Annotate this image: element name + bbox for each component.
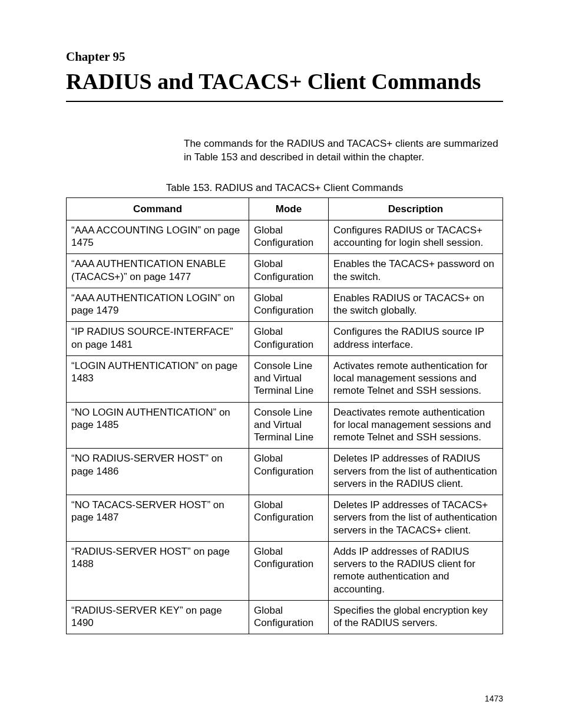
table-row: “NO TACACS-SERVER HOST” on page 1487 Glo…: [67, 495, 503, 542]
cell-description: Enables RADIUS or TACACS+ on the switch …: [329, 288, 503, 322]
table-row: “IP RADIUS SOURCE-INTERFACE” on page 148…: [67, 322, 503, 356]
table-row: “NO RADIUS-SERVER HOST” on page 1486 Glo…: [67, 449, 503, 495]
cell-mode: Global Configuration: [249, 600, 329, 634]
cell-description: Specifies the global encryption key of t…: [329, 600, 503, 634]
cell-command: “AAA AUTHENTICATION ENABLE (TACACS+)” on…: [67, 254, 249, 288]
cell-description: Configures RADIUS or TACACS+ accounting …: [329, 220, 503, 254]
cell-description: Enables the TACACS+ password on the swit…: [329, 254, 503, 288]
cell-description: Deletes IP addresses of TACACS+ servers …: [329, 495, 503, 542]
header-mode: Mode: [249, 197, 329, 220]
cell-command: “AAA AUTHENTICATION LOGIN” on page 1479: [67, 288, 249, 322]
cell-mode: Global Configuration: [249, 254, 329, 288]
cell-command: “NO RADIUS-SERVER HOST” on page 1486: [67, 449, 249, 495]
cell-command: “LOGIN AUTHENTICATION” on page 1483: [67, 355, 249, 402]
cell-mode: Global Configuration: [249, 322, 329, 356]
cell-description: Adds IP addresses of RADIUS servers to t…: [329, 541, 503, 600]
header-command: Command: [67, 197, 249, 220]
cell-mode: Global Configuration: [249, 220, 329, 254]
cell-mode: Console Line and Virtual Terminal Line: [249, 355, 329, 402]
cell-mode: Global Configuration: [249, 288, 329, 322]
table-row: “RADIUS-SERVER KEY” on page 1490 Global …: [67, 600, 503, 634]
cell-mode: Console Line and Virtual Terminal Line: [249, 402, 329, 449]
cell-description: Deletes IP addresses of RADIUS servers f…: [329, 449, 503, 495]
table-row: “AAA AUTHENTICATION LOGIN” on page 1479 …: [67, 288, 503, 322]
cell-command: “NO LOGIN AUTHENTICATION” on page 1485: [67, 402, 249, 449]
cell-command: “RADIUS-SERVER KEY” on page 1490: [67, 600, 249, 634]
cell-command: “AAA ACCOUNTING LOGIN” on page 1475: [67, 220, 249, 254]
cell-command: “NO TACACS-SERVER HOST” on page 1487: [67, 495, 249, 542]
cell-description: Activates remote authentication for loca…: [329, 355, 503, 402]
cell-description: Configures the RADIUS source IP address …: [329, 322, 503, 356]
page-number: 1473: [485, 694, 503, 703]
table-row: “AAA ACCOUNTING LOGIN” on page 1475 Glob…: [67, 220, 503, 254]
intro-paragraph: The commands for the RADIUS and TACACS+ …: [184, 137, 503, 164]
cell-command: “RADIUS-SERVER HOST” on page 1488: [67, 541, 249, 600]
commands-table: Command Mode Description “AAA ACCOUNTING…: [66, 197, 503, 635]
table-row: “RADIUS-SERVER HOST” on page 1488 Global…: [67, 541, 503, 600]
chapter-title: RADIUS and TACACS+ Client Commands: [66, 69, 503, 102]
table-header-row: Command Mode Description: [67, 197, 503, 220]
cell-mode: Global Configuration: [249, 541, 329, 600]
table-caption: Table 153. RADIUS and TACACS+ Client Com…: [66, 182, 503, 194]
table-row: “LOGIN AUTHENTICATION” on page 1483 Cons…: [67, 355, 503, 402]
table-row: “AAA AUTHENTICATION ENABLE (TACACS+)” on…: [67, 254, 503, 288]
header-description: Description: [329, 197, 503, 220]
cell-description: Deactivates remote authentication for lo…: [329, 402, 503, 449]
table-row: “NO LOGIN AUTHENTICATION” on page 1485 C…: [67, 402, 503, 449]
cell-mode: Global Configuration: [249, 495, 329, 542]
cell-mode: Global Configuration: [249, 449, 329, 495]
cell-command: “IP RADIUS SOURCE-INTERFACE” on page 148…: [67, 322, 249, 356]
chapter-label: Chapter 95: [66, 50, 503, 64]
